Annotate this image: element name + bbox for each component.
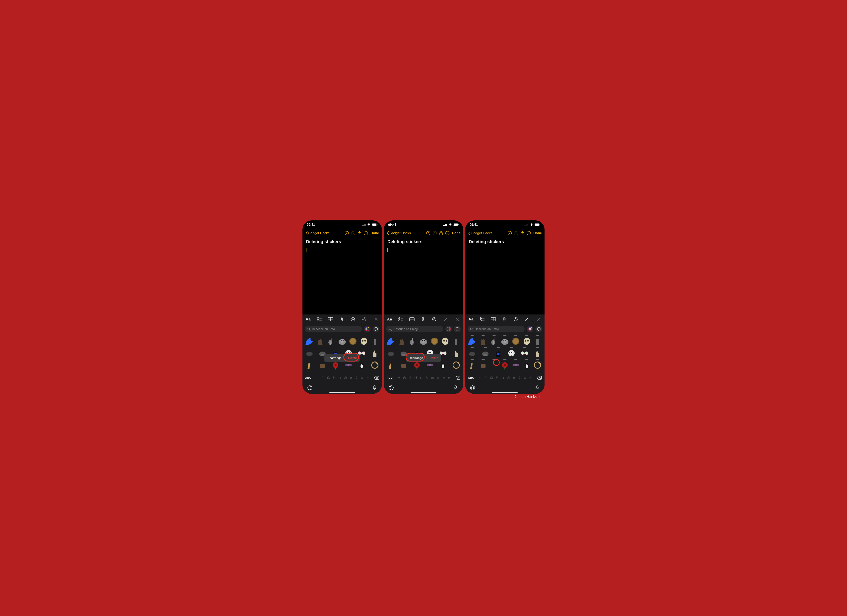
tab-food-icon[interactable]	[338, 376, 342, 380]
sticker-cow[interactable]	[468, 349, 477, 358]
emoji-search-input[interactable]: Describe an Emoji	[305, 326, 362, 332]
sticker-llama[interactable]	[452, 349, 461, 358]
sticker-llama[interactable]	[370, 349, 379, 358]
tab-smileys-icon[interactable]	[490, 376, 493, 380]
checklist-button[interactable]	[317, 317, 322, 322]
tab-activity-icon[interactable]	[425, 376, 429, 380]
sticker-grid[interactable]: Rearrange Delete	[384, 334, 463, 374]
more-button[interactable]	[526, 230, 532, 236]
undo-button[interactable]	[425, 230, 431, 236]
sticker-ghostkid[interactable]	[533, 337, 542, 346]
tab-animals-icon[interactable]	[495, 376, 499, 380]
redo-button[interactable]	[350, 230, 356, 236]
ctx-rearrange[interactable]: Rearrange	[324, 354, 345, 362]
tab-recents-icon[interactable]	[484, 376, 488, 380]
draw-button[interactable]	[513, 317, 518, 322]
tab-memoji-icon[interactable]	[478, 376, 482, 380]
backspace-button[interactable]	[455, 376, 460, 380]
sticker-rat[interactable]	[327, 337, 336, 346]
tab-objects-icon[interactable]	[355, 376, 358, 380]
tab-activity-icon[interactable]	[344, 376, 347, 380]
sticker-cookie[interactable]	[452, 361, 461, 370]
tab-symbols-icon[interactable]	[360, 376, 364, 380]
tab-activity-icon[interactable]	[506, 376, 510, 380]
sticker-cow[interactable]	[305, 349, 314, 358]
note-body[interactable]: Deleting stickers	[384, 237, 463, 314]
tab-smileys-icon[interactable]	[327, 376, 331, 380]
dictation-button[interactable]	[453, 385, 459, 391]
tab-recents-icon[interactable]	[403, 376, 406, 380]
tab-symbols-icon[interactable]	[523, 376, 527, 380]
abc-button[interactable]: ABC	[387, 376, 393, 379]
sticker-butterfly[interactable]	[520, 349, 529, 358]
text-format-button[interactable]: Aa	[468, 317, 474, 322]
genmoji-button[interactable]	[527, 326, 533, 332]
text-format-button[interactable]: Aa	[387, 317, 392, 322]
ctx-delete[interactable]: Delete	[345, 354, 360, 362]
table-button[interactable]	[409, 317, 415, 322]
close-keyboard-button[interactable]	[455, 317, 460, 322]
sticker-bat[interactable]	[511, 361, 520, 370]
undo-button[interactable]	[344, 230, 350, 236]
tab-food-icon[interactable]	[419, 376, 423, 380]
sticker-skull[interactable]	[359, 337, 369, 346]
sticker-ghostkid[interactable]	[370, 337, 379, 346]
tab-objects-icon[interactable]	[436, 376, 440, 380]
sticker-blackcat[interactable]	[494, 349, 503, 358]
share-button[interactable]	[357, 230, 363, 236]
tab-symbols-icon[interactable]	[442, 376, 446, 380]
sticker-redflower[interactable]	[500, 361, 509, 370]
sticker-coin[interactable]	[430, 337, 439, 346]
sticker-cat[interactable]	[397, 337, 406, 346]
emoji-search-input[interactable]: Describe an Emoji	[386, 326, 443, 332]
done-button[interactable]: Done	[533, 231, 542, 235]
sticker-cow[interactable]	[386, 349, 395, 358]
sticker-rat[interactable]	[490, 337, 499, 346]
sticker-cat[interactable]	[316, 337, 325, 346]
tab-flags-icon[interactable]	[447, 376, 451, 380]
home-indicator[interactable]	[410, 392, 437, 393]
ctx-rearrange[interactable]: Rearrange	[406, 354, 426, 362]
share-button[interactable]	[519, 230, 525, 236]
share-button[interactable]	[438, 230, 444, 236]
tab-objects-icon[interactable]	[518, 376, 521, 380]
sticker-skull[interactable]	[441, 337, 450, 346]
attach-button[interactable]	[502, 317, 507, 322]
dictation-button[interactable]	[372, 385, 378, 391]
sticker-dog[interactable]	[478, 361, 488, 370]
tab-animals-icon[interactable]	[332, 376, 336, 380]
sticker-ghostkid[interactable]	[452, 337, 461, 346]
note-body[interactable]: Deleting stickers	[302, 237, 382, 314]
genmoji-button[interactable]	[445, 326, 452, 332]
sticker-skull[interactable]	[522, 337, 531, 346]
stickers-button[interactable]	[454, 326, 461, 332]
abc-button[interactable]: ABC	[305, 376, 311, 379]
sticker-cat[interactable]	[478, 337, 488, 346]
sticker-penguin[interactable]	[522, 361, 531, 370]
globe-button[interactable]	[388, 385, 394, 391]
tab-flags-icon[interactable]	[366, 376, 369, 380]
tab-memoji-icon[interactable]	[397, 376, 401, 380]
stickers-button[interactable]	[373, 326, 379, 332]
sticker-rat[interactable]	[408, 337, 417, 346]
back-button[interactable]: Gadget Hacks	[387, 231, 411, 235]
stickers-button[interactable]	[536, 326, 542, 332]
tab-flags-icon[interactable]	[529, 376, 533, 380]
draw-button[interactable]	[432, 317, 437, 322]
draw-button[interactable]	[350, 317, 356, 322]
sticker-coin[interactable]	[511, 337, 520, 346]
sticker-grid[interactable]: Rearrange Delete	[302, 334, 382, 374]
sticker-giraffe[interactable]	[305, 361, 314, 370]
tab-animals-icon[interactable]	[414, 376, 418, 380]
tab-smileys-icon[interactable]	[408, 376, 412, 380]
magic-button[interactable]	[362, 317, 367, 322]
close-keyboard-button[interactable]	[373, 317, 379, 322]
tab-recents-icon[interactable]	[321, 376, 325, 380]
sticker-llama[interactable]	[533, 349, 542, 358]
abc-button[interactable]: ABC	[468, 376, 474, 379]
home-indicator[interactable]	[329, 392, 355, 393]
tab-food-icon[interactable]	[501, 376, 505, 380]
sticker-elephant[interactable]	[419, 337, 428, 346]
redo-button[interactable]	[432, 230, 438, 236]
globe-button[interactable]	[469, 385, 475, 391]
